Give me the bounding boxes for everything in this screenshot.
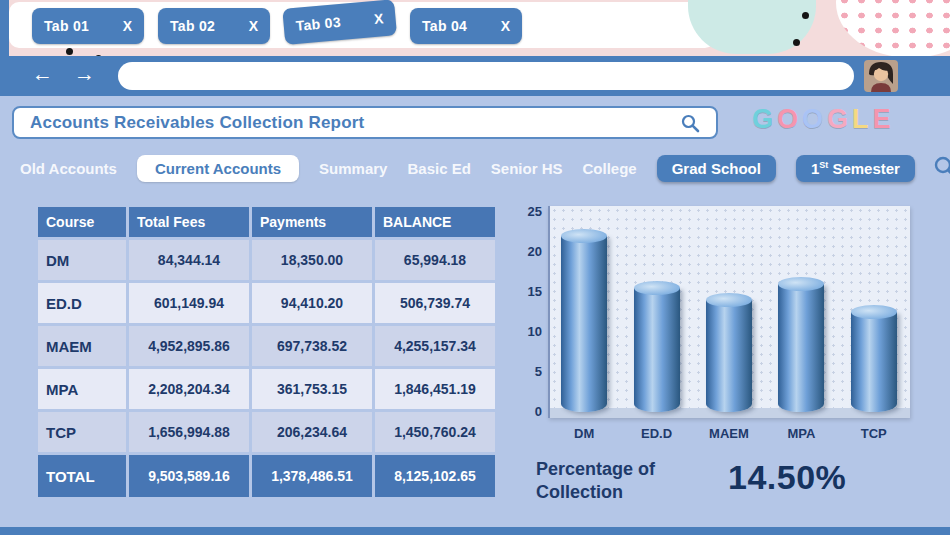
total-value-cell: 1,378,486.51 [252,455,372,497]
value-cell: 2,208,204.34 [129,369,249,409]
x-axis-label: MPA [772,426,830,441]
tab-tab-03[interactable]: Tab 03X [282,0,397,45]
course-cell: MAEM [38,326,126,366]
tab-label: Tab 02 [170,18,215,34]
value-cell: 361,753.15 [252,369,372,409]
avatar-image [864,60,898,92]
x-axis-label: MAEM [700,426,758,441]
x-axis-label: ED.D [628,426,686,441]
tab-tab-01[interactable]: Tab 01X [32,8,144,44]
value-cell: 1,846,451.19 [375,369,495,409]
nav-item-grad-school[interactable]: Grad School [657,155,776,182]
filter-search-icon[interactable] [932,154,950,180]
bars [548,206,910,412]
table-body: DM84,344.1418,350.0065,994.18ED.D601,149… [38,240,495,497]
nav-item-1st-semester[interactable]: 1St Semester [796,155,915,182]
y-axis-tick-label: 25 [518,204,542,219]
tab-label: Tab 04 [422,18,467,34]
bar-ed-d [634,288,680,412]
address-input[interactable] [118,62,854,90]
profile-avatar[interactable] [864,60,898,92]
receivables-table: CourseTotal FeesPaymentsBALANCE DM84,344… [35,204,498,500]
logo-letter: E [873,104,892,135]
y-axis-tick-label: 15 [518,284,542,299]
x-axis-label: DM [555,426,613,441]
value-cell: 1,450,760.24 [375,412,495,452]
value-cell: 94,410.20 [252,283,372,323]
y-axis-tick-label: 20 [518,244,542,259]
value-cell: 65,994.18 [375,240,495,280]
column-header: Total Fees [129,207,249,237]
table-row: ED.D601,149.9494,410.20506,739.74 [38,283,495,323]
y-axis-tick-label: 5 [518,364,542,379]
value-cell: 206,234.64 [252,412,372,452]
decor-dot [66,48,73,55]
google-logo: GOOGLE [752,104,892,135]
nav-item-senior-hs[interactable]: Senior HS [491,160,563,177]
table-row: MPA2,208,204.34361,753.151,846,451.19 [38,369,495,409]
nav-item-summary[interactable]: Summary [319,160,387,177]
nav-row: Old AccountsCurrent AccountsSummaryBasic… [20,152,915,184]
total-label-cell: TOTAL [38,455,126,497]
logo-letter: L [852,104,870,135]
page: Tab 01XTab 02XTab 03XTab 04X + ← → Accou… [0,0,950,535]
table-row: TCP1,656,994.88206,234.641,450,760.24 [38,412,495,452]
nav-item-college[interactable]: College [583,160,637,177]
decor-dot [802,12,809,19]
percentage-label: Percentage of Collection [536,458,655,503]
superscript: St [819,160,828,170]
x-axis-labels: DMED.DMAEMMPATCP [548,426,910,441]
dotted-decor-circle [836,0,950,58]
report-title-bar: Accounts Receivables Collection Report [12,106,718,139]
tab-close-icon[interactable]: X [366,10,385,27]
value-cell: 84,344.14 [129,240,249,280]
nav-item-current-accounts[interactable]: Current Accounts [137,155,299,182]
search-icon[interactable] [680,113,700,133]
course-cell: DM [38,240,126,280]
nav-item-old-accounts[interactable]: Old Accounts [20,160,117,177]
tab-tab-04[interactable]: Tab 04X [410,8,522,44]
tab-label: Tab 01 [44,18,89,34]
value-cell: 18,350.00 [252,240,372,280]
total-value-cell: 9,503,589.16 [129,455,249,497]
tab-strip: Tab 01XTab 02XTab 03XTab 04X [32,8,522,44]
x-axis-label: TCP [845,426,903,441]
nav-item-basic-ed[interactable]: Basic Ed [407,160,470,177]
left-edge-accent [0,0,9,56]
back-arrow-button[interactable]: ← [32,62,53,86]
table-total-row: TOTAL9,503,589.161,378,486.518,125,102.6… [38,455,495,497]
percentage-label-line1: Percentage of [536,458,655,481]
value-cell: 4,952,895.86 [129,326,249,366]
value-cell: 1,656,994.88 [129,412,249,452]
logo-letter: O [802,104,824,135]
main-content: Accounts Receivables Collection Report G… [0,96,950,527]
forward-arrow-button[interactable]: → [74,62,95,86]
bar-tcp [851,312,897,412]
percentage-value: 14.50% [728,458,846,497]
logo-letter: G [752,104,774,135]
value-cell: 506,739.74 [375,283,495,323]
bar-mpa [778,284,824,412]
value-cell: 4,255,157.34 [375,326,495,366]
tab-label: Tab 03 [295,14,341,34]
column-header: BALANCE [375,207,495,237]
course-cell: MPA [38,369,126,409]
tab-close-icon[interactable]: X [241,18,258,34]
y-axis-tick-label: 0 [518,404,542,419]
table-header-row: CourseTotal FeesPaymentsBALANCE [38,207,495,237]
bar-maem [706,300,752,412]
bar-dm [561,236,607,412]
bottom-edge-accent [0,527,950,535]
address-bar[interactable] [118,62,854,90]
tab-close-icon[interactable]: X [115,18,132,34]
table-row: DM84,344.1418,350.0065,994.18 [38,240,495,280]
value-cell: 697,738.52 [252,326,372,366]
y-axis-tick-label: 10 [518,324,542,339]
tab-close-icon[interactable]: X [493,18,510,34]
logo-letter: O [777,104,799,135]
course-cell: ED.D [38,283,126,323]
logo-letter: G [827,104,849,135]
column-header: Payments [252,207,372,237]
browser-navbar: ← → [0,56,950,96]
tab-tab-02[interactable]: Tab 02X [158,8,270,44]
